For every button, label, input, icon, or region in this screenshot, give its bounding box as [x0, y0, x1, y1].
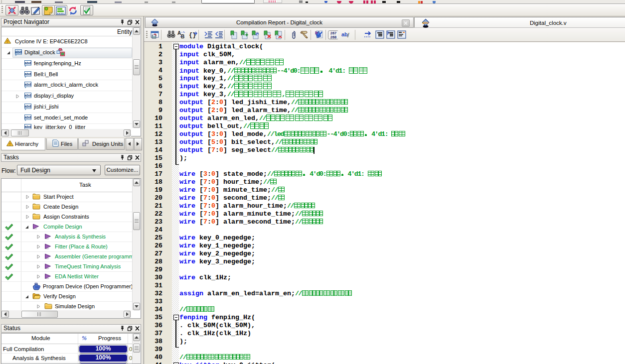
svg-text:abd: abd — [24, 104, 31, 109]
svg-text:abd: abd — [24, 82, 31, 87]
svg-text:/: / — [347, 31, 349, 39]
svg-text:268: 268 — [330, 35, 337, 39]
svg-text:abd: abd — [15, 50, 22, 54]
svg-text:abd: abd — [24, 61, 31, 65]
svg-text:abd: abd — [24, 124, 31, 129]
svg-text:abd: abd — [24, 115, 31, 120]
svg-text:abd: abd — [24, 72, 31, 76]
svg-text:abc: abc — [423, 20, 429, 25]
svg-text:abd: abd — [24, 93, 31, 98]
svg-text:{}: {} — [189, 32, 196, 39]
